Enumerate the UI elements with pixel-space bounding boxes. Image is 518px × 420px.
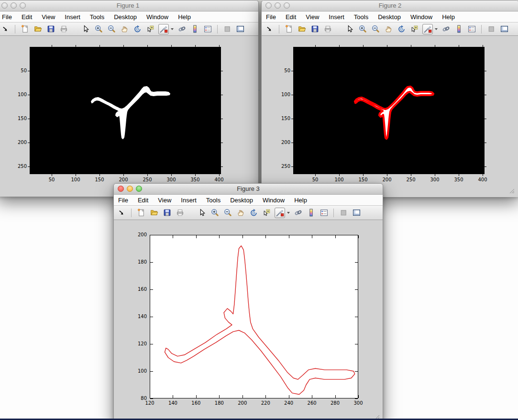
rotate-3d-icon[interactable] xyxy=(397,24,406,34)
brush-data-icon[interactable] xyxy=(275,208,285,218)
show-plot-tools-icon[interactable] xyxy=(235,24,245,34)
zoom-in-icon[interactable] xyxy=(210,208,220,218)
print-figure-icon[interactable] xyxy=(175,208,185,218)
new-figure-icon[interactable] xyxy=(20,24,30,34)
menu-tools[interactable]: Tools xyxy=(90,13,104,21)
pan-hand-icon[interactable] xyxy=(236,208,245,218)
menu-edit[interactable]: Edit xyxy=(22,13,32,21)
toolbar-separator xyxy=(217,25,218,33)
undock-arrow-icon[interactable] xyxy=(265,24,274,34)
rotate-3d-icon[interactable] xyxy=(249,208,258,218)
zoom-out-icon[interactable] xyxy=(223,208,232,218)
data-cursor-icon[interactable] xyxy=(145,24,155,34)
menu-edit[interactable]: Edit xyxy=(138,197,148,204)
tick-mark xyxy=(123,174,124,176)
open-file-icon[interactable] xyxy=(33,24,43,34)
link-plot-icon[interactable] xyxy=(293,208,303,218)
menu-view[interactable]: View xyxy=(42,13,55,21)
menu-desktop[interactable]: Desktop xyxy=(378,13,401,21)
menu-insert[interactable]: Insert xyxy=(329,13,344,21)
tick-mark xyxy=(147,174,148,176)
menu-desktop[interactable]: Desktop xyxy=(114,13,137,21)
menu-window[interactable]: Window xyxy=(146,13,168,21)
insert-colorbar-icon[interactable] xyxy=(190,24,199,34)
menu-window[interactable]: Window xyxy=(410,13,432,21)
link-plot-icon[interactable] xyxy=(177,24,187,34)
titlebar[interactable]: Figure 2 xyxy=(262,0,518,11)
zoom-out-icon[interactable] xyxy=(107,24,116,34)
x-tick-label: 120 xyxy=(143,400,157,406)
show-plot-tools-icon[interactable] xyxy=(352,208,361,218)
menu-help[interactable]: Help xyxy=(294,197,307,204)
desktop: lipth;:l Figure 1 FileEditViewInsertTool… xyxy=(0,0,518,420)
x-tick-label: 100 xyxy=(332,177,346,182)
figure3-window[interactable]: Figure 3 FileEditViewInsertToolsDesktopW… xyxy=(113,183,383,420)
menu-file[interactable]: File xyxy=(266,13,276,21)
zoom-in-icon[interactable] xyxy=(94,24,103,34)
hide-plot-tools-icon xyxy=(486,24,496,34)
menu-window[interactable]: Window xyxy=(263,197,285,204)
save-figure-icon[interactable] xyxy=(46,24,55,34)
menu-insert[interactable]: Insert xyxy=(181,197,197,204)
print-figure-icon[interactable] xyxy=(323,24,332,34)
toolbar-separator xyxy=(15,25,15,33)
undock-arrow-icon[interactable] xyxy=(0,24,10,34)
menu-view[interactable]: View xyxy=(158,197,171,204)
x-tick-label: 280 xyxy=(328,400,342,406)
menu-file[interactable]: File xyxy=(2,13,12,21)
new-figure-icon[interactable] xyxy=(284,24,294,34)
menu-help[interactable]: Help xyxy=(178,13,191,21)
rotate-3d-icon[interactable] xyxy=(132,24,142,34)
brush-dropdown-caret-icon[interactable] xyxy=(171,28,174,30)
save-figure-icon[interactable] xyxy=(310,24,320,34)
open-file-icon[interactable] xyxy=(149,208,159,218)
data-cursor-icon[interactable] xyxy=(409,24,419,34)
show-plot-tools-icon[interactable] xyxy=(499,24,509,34)
pan-hand-icon[interactable] xyxy=(384,24,393,34)
insert-colorbar-icon[interactable] xyxy=(306,208,316,218)
brush-data-icon[interactable] xyxy=(158,24,169,34)
figure2-window[interactable]: Figure 2 FileEditViewInsertToolsDesktopW… xyxy=(261,0,518,196)
titlebar[interactable]: Figure 1 xyxy=(0,0,258,11)
brush-dropdown-caret-icon[interactable] xyxy=(435,28,438,30)
tick-mark xyxy=(411,174,411,176)
resize-handle[interactable] xyxy=(508,188,515,194)
menu-tools[interactable]: Tools xyxy=(206,197,220,204)
tick-mark xyxy=(485,95,486,95)
insert-legend-icon[interactable] xyxy=(319,208,329,218)
menu-insert[interactable]: Insert xyxy=(65,13,80,21)
link-plot-icon[interactable] xyxy=(441,24,451,34)
menu-tools[interactable]: Tools xyxy=(354,13,368,21)
data-cursor-icon[interactable] xyxy=(262,208,271,218)
save-figure-icon[interactable] xyxy=(162,208,172,218)
insert-legend-icon[interactable] xyxy=(467,24,476,34)
new-figure-icon[interactable] xyxy=(136,208,146,218)
undock-arrow-icon[interactable] xyxy=(117,208,126,218)
menu-view[interactable]: View xyxy=(306,13,319,21)
tick-mark xyxy=(485,166,486,167)
zoom-out-icon[interactable] xyxy=(371,24,380,34)
insert-colorbar-icon[interactable] xyxy=(454,24,463,34)
edit-plot-cursor-icon[interactable] xyxy=(197,208,207,218)
tick-mark xyxy=(363,174,364,176)
tick-mark xyxy=(76,174,76,176)
menu-edit[interactable]: Edit xyxy=(286,13,296,21)
print-figure-icon[interactable] xyxy=(59,24,68,34)
menu-file[interactable]: File xyxy=(118,197,128,204)
titlebar[interactable]: Figure 3 xyxy=(114,184,383,195)
brush-data-icon[interactable] xyxy=(422,24,433,34)
menu-desktop[interactable]: Desktop xyxy=(230,197,253,204)
open-file-icon[interactable] xyxy=(297,24,307,34)
brush-dropdown-caret-icon[interactable] xyxy=(287,212,290,214)
pan-hand-icon[interactable] xyxy=(120,24,129,34)
y-tick-label: 250 xyxy=(11,164,27,169)
edit-plot-cursor-icon[interactable] xyxy=(345,24,354,34)
edit-plot-cursor-icon[interactable] xyxy=(81,24,90,34)
insert-legend-icon[interactable] xyxy=(203,24,212,34)
x-tick-label: 200 xyxy=(235,400,250,406)
x-tick-label: 400 xyxy=(212,177,226,182)
y-tick-label: 150 xyxy=(11,116,27,121)
zoom-in-icon[interactable] xyxy=(358,24,367,34)
menu-help[interactable]: Help xyxy=(442,13,455,21)
figure1-window[interactable]: Figure 1 FileEditViewInsertToolsDesktopW… xyxy=(0,0,259,196)
